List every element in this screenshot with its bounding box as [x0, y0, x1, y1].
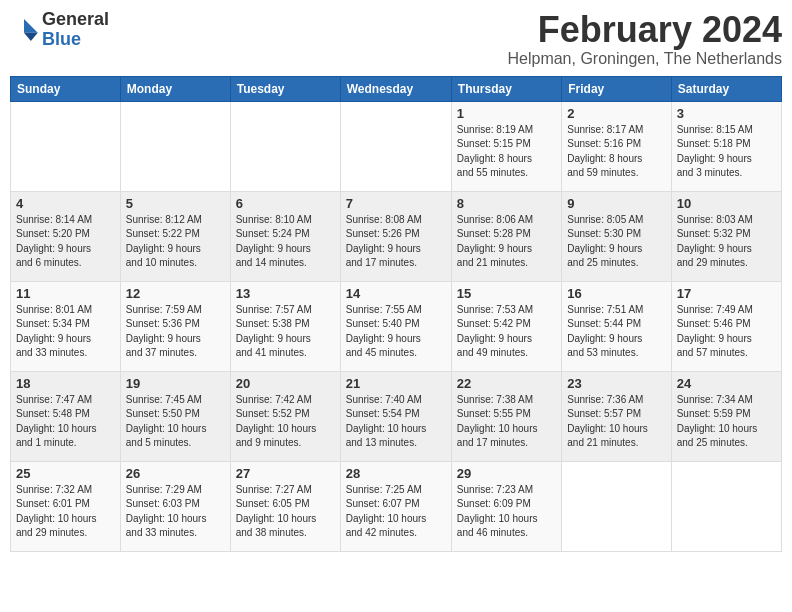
day-number: 11: [16, 286, 115, 301]
day-number: 29: [457, 466, 556, 481]
day-info: Sunrise: 7:38 AM Sunset: 5:55 PM Dayligh…: [457, 393, 556, 451]
day-info: Sunrise: 7:32 AM Sunset: 6:01 PM Dayligh…: [16, 483, 115, 541]
day-info: Sunrise: 8:12 AM Sunset: 5:22 PM Dayligh…: [126, 213, 225, 271]
calendar-cell: 26Sunrise: 7:29 AM Sunset: 6:03 PM Dayli…: [120, 461, 230, 551]
day-info: Sunrise: 7:42 AM Sunset: 5:52 PM Dayligh…: [236, 393, 335, 451]
day-number: 24: [677, 376, 776, 391]
day-info: Sunrise: 7:34 AM Sunset: 5:59 PM Dayligh…: [677, 393, 776, 451]
day-number: 5: [126, 196, 225, 211]
calendar-cell: [120, 101, 230, 191]
calendar-cell: 19Sunrise: 7:45 AM Sunset: 5:50 PM Dayli…: [120, 371, 230, 461]
calendar-cell: [671, 461, 781, 551]
day-info: Sunrise: 7:40 AM Sunset: 5:54 PM Dayligh…: [346, 393, 446, 451]
calendar-table: Sunday Monday Tuesday Wednesday Thursday…: [10, 76, 782, 552]
day-info: Sunrise: 7:27 AM Sunset: 6:05 PM Dayligh…: [236, 483, 335, 541]
calendar-week-row: 18Sunrise: 7:47 AM Sunset: 5:48 PM Dayli…: [11, 371, 782, 461]
day-number: 6: [236, 196, 335, 211]
day-info: Sunrise: 8:14 AM Sunset: 5:20 PM Dayligh…: [16, 213, 115, 271]
day-number: 18: [16, 376, 115, 391]
calendar-cell: 25Sunrise: 7:32 AM Sunset: 6:01 PM Dayli…: [11, 461, 121, 551]
day-info: Sunrise: 8:08 AM Sunset: 5:26 PM Dayligh…: [346, 213, 446, 271]
day-info: Sunrise: 8:10 AM Sunset: 5:24 PM Dayligh…: [236, 213, 335, 271]
calendar-cell: 12Sunrise: 7:59 AM Sunset: 5:36 PM Dayli…: [120, 281, 230, 371]
day-number: 12: [126, 286, 225, 301]
calendar-cell: 20Sunrise: 7:42 AM Sunset: 5:52 PM Dayli…: [230, 371, 340, 461]
calendar-cell: 7Sunrise: 8:08 AM Sunset: 5:26 PM Daylig…: [340, 191, 451, 281]
calendar-cell: 16Sunrise: 7:51 AM Sunset: 5:44 PM Dayli…: [562, 281, 671, 371]
calendar-cell: 1Sunrise: 8:19 AM Sunset: 5:15 PM Daylig…: [451, 101, 561, 191]
logo-icon: [10, 19, 38, 41]
calendar-cell: 9Sunrise: 8:05 AM Sunset: 5:30 PM Daylig…: [562, 191, 671, 281]
day-info: Sunrise: 7:25 AM Sunset: 6:07 PM Dayligh…: [346, 483, 446, 541]
calendar-cell: 15Sunrise: 7:53 AM Sunset: 5:42 PM Dayli…: [451, 281, 561, 371]
day-number: 21: [346, 376, 446, 391]
day-number: 15: [457, 286, 556, 301]
day-number: 22: [457, 376, 556, 391]
day-number: 26: [126, 466, 225, 481]
day-number: 1: [457, 106, 556, 121]
day-number: 25: [16, 466, 115, 481]
day-number: 4: [16, 196, 115, 211]
day-info: Sunrise: 7:29 AM Sunset: 6:03 PM Dayligh…: [126, 483, 225, 541]
day-info: Sunrise: 8:05 AM Sunset: 5:30 PM Dayligh…: [567, 213, 665, 271]
logo: General Blue: [10, 10, 109, 50]
day-info: Sunrise: 7:55 AM Sunset: 5:40 PM Dayligh…: [346, 303, 446, 361]
calendar-cell: 22Sunrise: 7:38 AM Sunset: 5:55 PM Dayli…: [451, 371, 561, 461]
calendar-cell: 17Sunrise: 7:49 AM Sunset: 5:46 PM Dayli…: [671, 281, 781, 371]
title-area: February 2024 Helpman, Groningen, The Ne…: [507, 10, 782, 68]
calendar-cell: 24Sunrise: 7:34 AM Sunset: 5:59 PM Dayli…: [671, 371, 781, 461]
location-subtitle: Helpman, Groningen, The Netherlands: [507, 50, 782, 68]
day-number: 16: [567, 286, 665, 301]
calendar-cell: [340, 101, 451, 191]
day-info: Sunrise: 7:36 AM Sunset: 5:57 PM Dayligh…: [567, 393, 665, 451]
calendar-cell: 8Sunrise: 8:06 AM Sunset: 5:28 PM Daylig…: [451, 191, 561, 281]
day-info: Sunrise: 7:47 AM Sunset: 5:48 PM Dayligh…: [16, 393, 115, 451]
logo-text: General Blue: [42, 10, 109, 50]
col-wednesday: Wednesday: [340, 76, 451, 101]
calendar-cell: 6Sunrise: 8:10 AM Sunset: 5:24 PM Daylig…: [230, 191, 340, 281]
calendar-cell: 2Sunrise: 8:17 AM Sunset: 5:16 PM Daylig…: [562, 101, 671, 191]
day-info: Sunrise: 8:01 AM Sunset: 5:34 PM Dayligh…: [16, 303, 115, 361]
calendar-cell: 21Sunrise: 7:40 AM Sunset: 5:54 PM Dayli…: [340, 371, 451, 461]
calendar-cell: 3Sunrise: 8:15 AM Sunset: 5:18 PM Daylig…: [671, 101, 781, 191]
day-number: 9: [567, 196, 665, 211]
calendar-week-row: 25Sunrise: 7:32 AM Sunset: 6:01 PM Dayli…: [11, 461, 782, 551]
col-tuesday: Tuesday: [230, 76, 340, 101]
day-number: 2: [567, 106, 665, 121]
day-number: 3: [677, 106, 776, 121]
calendar-header-row: Sunday Monday Tuesday Wednesday Thursday…: [11, 76, 782, 101]
day-number: 10: [677, 196, 776, 211]
day-number: 7: [346, 196, 446, 211]
day-info: Sunrise: 8:06 AM Sunset: 5:28 PM Dayligh…: [457, 213, 556, 271]
col-monday: Monday: [120, 76, 230, 101]
month-year-title: February 2024: [507, 10, 782, 50]
day-info: Sunrise: 7:49 AM Sunset: 5:46 PM Dayligh…: [677, 303, 776, 361]
day-number: 19: [126, 376, 225, 391]
svg-marker-1: [24, 33, 38, 41]
calendar-cell: 27Sunrise: 7:27 AM Sunset: 6:05 PM Dayli…: [230, 461, 340, 551]
svg-marker-0: [24, 19, 38, 33]
day-info: Sunrise: 7:59 AM Sunset: 5:36 PM Dayligh…: [126, 303, 225, 361]
calendar-week-row: 11Sunrise: 8:01 AM Sunset: 5:34 PM Dayli…: [11, 281, 782, 371]
calendar-cell: 11Sunrise: 8:01 AM Sunset: 5:34 PM Dayli…: [11, 281, 121, 371]
calendar-cell: 14Sunrise: 7:55 AM Sunset: 5:40 PM Dayli…: [340, 281, 451, 371]
page-header: General Blue February 2024 Helpman, Gron…: [10, 10, 782, 68]
calendar-cell: [11, 101, 121, 191]
day-number: 23: [567, 376, 665, 391]
calendar-cell: 13Sunrise: 7:57 AM Sunset: 5:38 PM Dayli…: [230, 281, 340, 371]
calendar-cell: 18Sunrise: 7:47 AM Sunset: 5:48 PM Dayli…: [11, 371, 121, 461]
day-info: Sunrise: 8:15 AM Sunset: 5:18 PM Dayligh…: [677, 123, 776, 181]
day-number: 17: [677, 286, 776, 301]
col-saturday: Saturday: [671, 76, 781, 101]
calendar-week-row: 1Sunrise: 8:19 AM Sunset: 5:15 PM Daylig…: [11, 101, 782, 191]
calendar-cell: [562, 461, 671, 551]
day-info: Sunrise: 8:19 AM Sunset: 5:15 PM Dayligh…: [457, 123, 556, 181]
calendar-cell: 23Sunrise: 7:36 AM Sunset: 5:57 PM Dayli…: [562, 371, 671, 461]
calendar-cell: 5Sunrise: 8:12 AM Sunset: 5:22 PM Daylig…: [120, 191, 230, 281]
day-info: Sunrise: 7:53 AM Sunset: 5:42 PM Dayligh…: [457, 303, 556, 361]
day-number: 20: [236, 376, 335, 391]
calendar-cell: [230, 101, 340, 191]
day-number: 13: [236, 286, 335, 301]
day-info: Sunrise: 8:17 AM Sunset: 5:16 PM Dayligh…: [567, 123, 665, 181]
calendar-cell: 4Sunrise: 8:14 AM Sunset: 5:20 PM Daylig…: [11, 191, 121, 281]
